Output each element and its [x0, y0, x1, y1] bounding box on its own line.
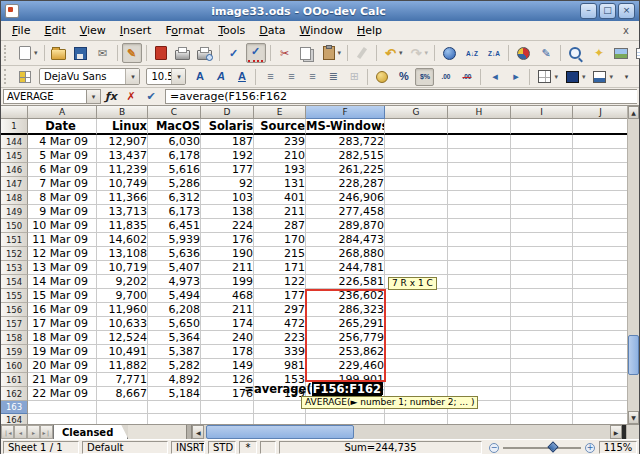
- cell-J163[interactable]: [573, 401, 627, 414]
- column-header-J[interactable]: J: [573, 106, 627, 119]
- horizontal-scrollbar[interactable]: ◀ ▶: [192, 425, 622, 439]
- column-header-B[interactable]: B: [97, 106, 148, 119]
- cell-C156[interactable]: 6,208: [148, 303, 201, 317]
- cell-I162[interactable]: [511, 387, 573, 401]
- cell-J152[interactable]: [573, 247, 627, 261]
- column-header-I[interactable]: I: [511, 106, 573, 119]
- cell-B144[interactable]: 12,907: [97, 135, 148, 149]
- cell-J158[interactable]: [573, 331, 627, 345]
- cell-G148[interactable]: [385, 191, 448, 205]
- cell-G146[interactable]: [385, 163, 448, 177]
- cell-B163[interactable]: [97, 401, 148, 414]
- cell-D147[interactable]: 92: [201, 177, 254, 191]
- cell-A153[interactable]: 13 Mar 09: [28, 261, 97, 275]
- horizontal-scroll-track[interactable]: [204, 425, 610, 439]
- hyperlink-button[interactable]: [439, 43, 460, 63]
- cell-I150[interactable]: [511, 219, 573, 233]
- cell-F148[interactable]: 246,906: [306, 191, 385, 205]
- row-header-163[interactable]: 163: [1, 401, 28, 414]
- cell-C158[interactable]: 5,364: [148, 331, 201, 345]
- cell-E149[interactable]: 211: [254, 205, 306, 219]
- navigator-button[interactable]: ✦: [589, 43, 609, 63]
- cell-G159[interactable]: [385, 345, 448, 359]
- cell-I152[interactable]: [511, 247, 573, 261]
- border-color-button[interactable]: ▾: [589, 68, 615, 86]
- cell-D149[interactable]: 138: [201, 205, 254, 219]
- cell-F153[interactable]: 244,781: [306, 261, 385, 275]
- cell-H161[interactable]: [448, 373, 511, 387]
- cell-B151[interactable]: 14,602: [97, 233, 148, 247]
- sheet-tab-cleansed[interactable]: Cleansed: [53, 425, 128, 439]
- font-name-dropdown[interactable]: ▾: [125, 69, 139, 84]
- document-close-button[interactable]: x: [617, 25, 635, 36]
- cell-B162[interactable]: 8,667: [97, 387, 148, 401]
- cell-J161[interactable]: [573, 373, 627, 387]
- cell-I154[interactable]: [511, 275, 573, 289]
- cell-H160[interactable]: [448, 359, 511, 373]
- cell-D157[interactable]: 174: [201, 317, 254, 331]
- delete-decimal-button[interactable]: .00: [457, 68, 476, 86]
- cell-A164[interactable]: [28, 414, 97, 424]
- open-button[interactable]: [49, 43, 69, 63]
- selection-mode-toggle[interactable]: STD: [208, 441, 236, 454]
- cell-H153[interactable]: [448, 261, 511, 275]
- cell-A1[interactable]: Date: [28, 119, 97, 135]
- cell-C151[interactable]: 5,939: [148, 233, 201, 247]
- row-header-156[interactable]: 156: [1, 303, 28, 317]
- cell-B150[interactable]: 11,835: [97, 219, 148, 233]
- row-header-155[interactable]: 155: [1, 289, 28, 303]
- cell-I146[interactable]: [511, 163, 573, 177]
- bold-button[interactable]: A: [190, 68, 209, 86]
- underline-button[interactable]: A: [232, 68, 251, 86]
- borders-button[interactable]: ▾: [534, 68, 560, 86]
- cell-G157[interactable]: [385, 317, 448, 331]
- cell-G156[interactable]: [385, 303, 448, 317]
- cell-C163[interactable]: [148, 401, 201, 414]
- vertical-scroll-track[interactable]: [628, 119, 639, 411]
- cell-E163[interactable]: [254, 401, 306, 414]
- column-header-E[interactable]: E: [254, 106, 306, 119]
- align-right-button[interactable]: ≡: [302, 68, 321, 86]
- cell-I147[interactable]: [511, 177, 573, 191]
- menu-tools[interactable]: Tools: [211, 22, 252, 39]
- cell-J160[interactable]: [573, 359, 627, 373]
- row-header-159[interactable]: 159: [1, 345, 28, 359]
- cell-I164[interactable]: [511, 414, 573, 424]
- cell-J154[interactable]: [573, 275, 627, 289]
- row-header-150[interactable]: 150: [1, 219, 28, 233]
- auto-spellcheck-button[interactable]: ✓: [246, 43, 266, 63]
- row-header-146[interactable]: 146: [1, 163, 28, 177]
- cell-H144[interactable]: [448, 135, 511, 149]
- align-left-button[interactable]: ≡: [260, 68, 279, 86]
- cell-I155[interactable]: [511, 289, 573, 303]
- menu-help[interactable]: Help: [350, 22, 389, 39]
- row-header-158[interactable]: 158: [1, 331, 28, 345]
- reject-button[interactable]: ✗: [122, 89, 140, 105]
- cell-I149[interactable]: [511, 205, 573, 219]
- row-header-1[interactable]: 1: [1, 119, 28, 135]
- cell-F158[interactable]: 256,779: [306, 331, 385, 345]
- cell-D146[interactable]: 177: [201, 163, 254, 177]
- cell-F159[interactable]: 253,862: [306, 345, 385, 359]
- cell-G152[interactable]: [385, 247, 448, 261]
- cell-B148[interactable]: 11,366: [97, 191, 148, 205]
- cell-F152[interactable]: 268,880: [306, 247, 385, 261]
- cell-H151[interactable]: [448, 233, 511, 247]
- cell-C161[interactable]: 4,892: [148, 373, 201, 387]
- cell-F1[interactable]: MS-Windows: [306, 119, 385, 135]
- cell-H145[interactable]: [448, 149, 511, 163]
- menu-edit[interactable]: Edit: [37, 22, 72, 39]
- column-header-D[interactable]: D: [201, 106, 254, 119]
- cell-F147[interactable]: 228,287: [306, 177, 385, 191]
- cell-A150[interactable]: 10 Mar 09: [28, 219, 97, 233]
- cell-B156[interactable]: 11,960: [97, 303, 148, 317]
- cell-F149[interactable]: 277,458: [306, 205, 385, 219]
- cell-E164[interactable]: [254, 414, 306, 424]
- next-sheet-button[interactable]: ▸: [27, 425, 40, 439]
- cell-J148[interactable]: [573, 191, 627, 205]
- cell-E157[interactable]: 472: [254, 317, 306, 331]
- cell-J157[interactable]: [573, 317, 627, 331]
- cell-D153[interactable]: 211: [201, 261, 254, 275]
- cell-B152[interactable]: 13,108: [97, 247, 148, 261]
- cell-J149[interactable]: [573, 205, 627, 219]
